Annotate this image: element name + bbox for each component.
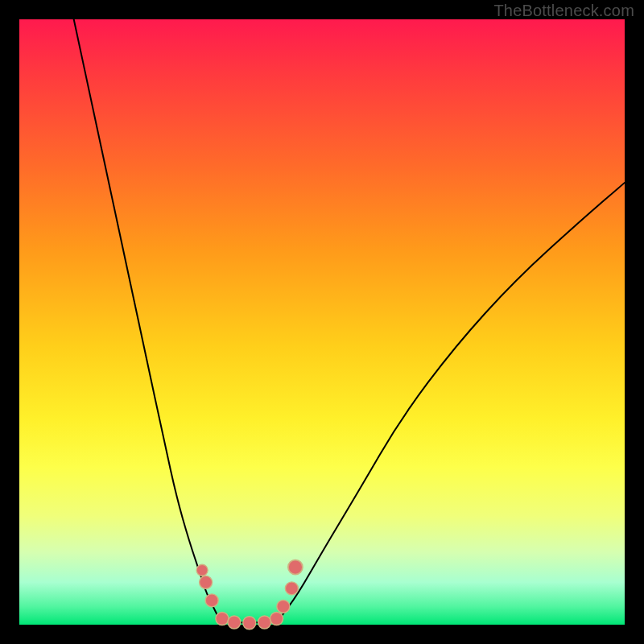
marker-group [196,560,303,630]
chart-svg [19,19,625,625]
marker-point [205,594,218,607]
marker-point [200,576,213,588]
curve-left [74,19,219,618]
marker-point [243,617,256,630]
curve-right [279,183,625,618]
chart-frame: TheBottleneck.com [0,0,644,644]
marker-point [258,616,271,629]
marker-point [270,612,283,625]
marker-point [285,582,298,595]
marker-point [288,560,303,575]
marker-point [228,616,241,629]
watermark-text: TheBottleneck.com [493,2,634,20]
marker-point [277,600,290,613]
marker-point [216,612,229,625]
marker-point [196,564,208,576]
plot-area [19,19,625,625]
